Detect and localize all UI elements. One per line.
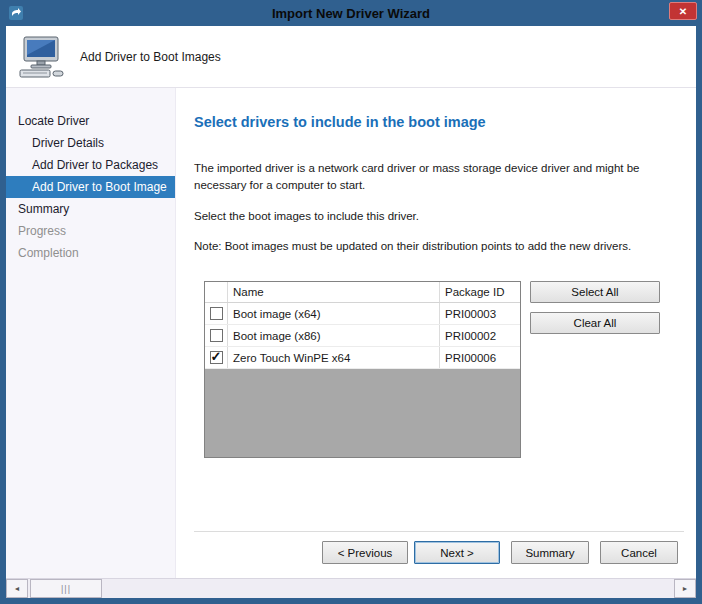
next-button[interactable]: Next >: [414, 541, 500, 564]
scrollbar-thumb[interactable]: |||: [30, 579, 102, 598]
previous-button[interactable]: < Previous: [322, 541, 408, 564]
page-title: Add Driver to Boot Images: [80, 50, 221, 64]
wizard-footer: < Previous Next > Summary Cancel: [194, 532, 686, 578]
scroll-right-icon: ►: [682, 585, 689, 592]
wizard-window: Import New Driver Wizard ✕ Add Driver to: [0, 0, 702, 604]
horizontal-scrollbar: ◄ ||| ►: [6, 578, 696, 598]
row-package-id: PRI00003: [440, 303, 520, 324]
row-package-id: PRI00006: [440, 347, 520, 368]
description-text: The imported driver is a network card dr…: [194, 160, 686, 195]
list-header: Name Package ID: [205, 282, 520, 303]
section-heading: Select drivers to include in the boot im…: [194, 114, 686, 130]
scroll-grip-icon: |||: [61, 584, 71, 594]
row-checkbox[interactable]: [210, 307, 223, 320]
row-name: Boot image (x86): [228, 325, 440, 346]
row-checkbox[interactable]: [210, 351, 223, 364]
computer-icon: [18, 35, 66, 79]
sidebar-item-progress: Progress: [6, 220, 175, 242]
select-all-button[interactable]: Select All: [530, 281, 660, 303]
scroll-left-icon: ◄: [14, 585, 21, 592]
table-row[interactable]: Zero Touch WinPE x64 PRI00006: [205, 347, 520, 369]
main-pane: Select drivers to include in the boot im…: [176, 88, 696, 578]
wizard-header: Add Driver to Boot Images: [6, 26, 696, 88]
close-icon: ✕: [679, 6, 687, 17]
scroll-left-button[interactable]: ◄: [6, 579, 28, 598]
window-title: Import New Driver Wizard: [6, 6, 696, 21]
sidebar-item-add-driver-boot-image[interactable]: Add Driver to Boot Image: [6, 176, 175, 198]
scroll-right-button[interactable]: ►: [674, 579, 696, 598]
package-id-column-header[interactable]: Package ID: [440, 282, 520, 302]
sidebar-item-driver-details[interactable]: Driver Details: [6, 132, 175, 154]
wizard-steps-sidebar: Locate Driver Driver Details Add Driver …: [6, 88, 176, 578]
name-column-header[interactable]: Name: [228, 282, 440, 302]
instruction-text: Select the boot images to include this d…: [194, 208, 686, 225]
checkbox-column-header[interactable]: [205, 282, 228, 302]
row-package-id: PRI00002: [440, 325, 520, 346]
close-button[interactable]: ✕: [669, 2, 697, 20]
cancel-button[interactable]: Cancel: [600, 541, 678, 564]
sidebar-item-summary[interactable]: Summary: [6, 198, 175, 220]
summary-button[interactable]: Summary: [511, 541, 589, 564]
sidebar-item-add-driver-packages[interactable]: Add Driver to Packages: [6, 154, 175, 176]
note-text: Note: Boot images must be updated on the…: [194, 238, 686, 255]
table-row[interactable]: Boot image (x86) PRI00002: [205, 325, 520, 347]
boot-images-list: Name Package ID Boot image (x64) PRI0000…: [204, 281, 521, 458]
titlebar: Import New Driver Wizard ✕: [6, 0, 696, 26]
clear-all-button[interactable]: Clear All: [530, 312, 660, 334]
sidebar-item-locate-driver[interactable]: Locate Driver: [6, 110, 175, 132]
row-name: Boot image (x64): [228, 303, 440, 324]
sidebar-item-completion: Completion: [6, 242, 175, 264]
row-checkbox[interactable]: [210, 329, 223, 342]
row-name: Zero Touch WinPE x64: [228, 347, 440, 368]
scrollbar-track[interactable]: [102, 579, 674, 598]
table-row[interactable]: Boot image (x64) PRI00003: [205, 303, 520, 325]
